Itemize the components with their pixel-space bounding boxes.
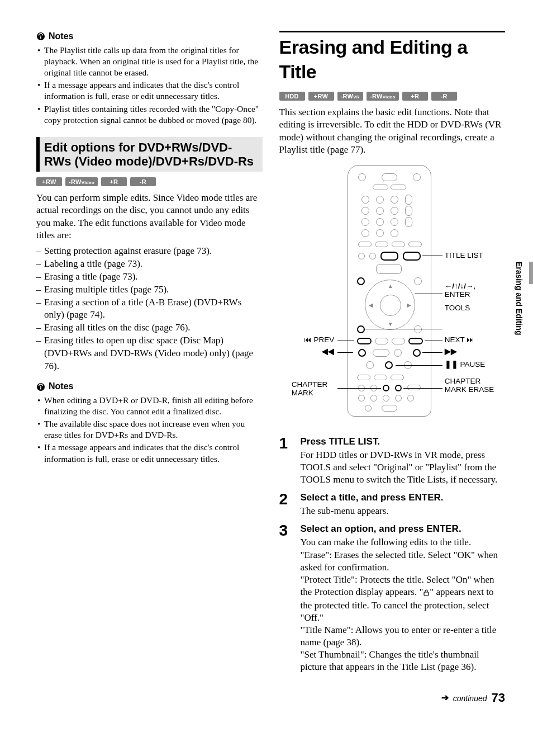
badge-plus-r: +R	[101, 177, 127, 186]
notes-icon	[36, 382, 45, 391]
arrow-right-icon: ➔	[441, 692, 449, 704]
remote-button	[394, 349, 402, 357]
notes-icon	[36, 32, 45, 41]
continued-label: continued	[453, 693, 487, 703]
note-item: When editing a DVD+R or DVD-R, finish al…	[36, 395, 263, 417]
side-tab: Erasing and Editing	[518, 257, 533, 335]
badge-plus-rw: +RW	[308, 92, 334, 101]
label-prev: ⏮ PREV	[304, 336, 335, 344]
svg-rect-4	[40, 387, 41, 389]
svg-rect-1	[40, 37, 41, 39]
label-chapter-mark-erase: CHAPTERMARK ERASE	[445, 377, 494, 394]
remote-numpad	[391, 218, 398, 226]
remote-button	[414, 277, 422, 285]
side-tab-label: Erasing and Editing	[515, 262, 524, 335]
remote-button	[358, 253, 365, 259]
remote-button	[392, 242, 405, 247]
remote-button	[375, 242, 388, 247]
remote-button	[369, 253, 376, 259]
remote-button	[358, 242, 372, 247]
rew-button	[358, 349, 366, 357]
remote-button	[358, 173, 366, 181]
label-pause: ❚❚ PAUSE	[445, 361, 486, 369]
chapter-mark-erase-button	[395, 385, 402, 391]
remote-button	[392, 338, 405, 344]
badge-minus-rw-video: -RWVideo	[367, 92, 399, 101]
remote-button	[376, 264, 402, 274]
remote-numpad	[376, 196, 384, 204]
label-rew: ◀◀	[322, 348, 334, 356]
step-number: 2	[279, 492, 293, 517]
step: 3 Select an option, and press ENTER. You…	[279, 523, 506, 673]
remote-button	[413, 173, 421, 181]
step-heading: Select a title, and press ENTER.	[301, 492, 506, 504]
remote-numpad	[361, 207, 369, 215]
remote-button	[405, 217, 412, 227]
note-item: Playlist titles containing titles record…	[36, 103, 263, 126]
remote-numpad	[376, 229, 384, 237]
ff-button	[413, 349, 421, 357]
remote-button	[374, 375, 387, 380]
chapter-mark-button	[383, 385, 389, 391]
dpad: ▲ ▼ ◀ ▶	[365, 280, 415, 330]
step-body-text: You can make the following edits to the …	[301, 536, 506, 673]
label-arrows-enter: ←/↑/↓/→,ENTER	[445, 282, 476, 299]
remote-numpad	[391, 196, 398, 204]
badge-minus-rw-video: -RWVideo	[65, 177, 98, 186]
remote-button	[405, 195, 412, 205]
note-item: If a message appears and indicates that …	[36, 442, 263, 464]
next-button	[408, 338, 423, 344]
step-body-text: For HDD titles or DVD-RWs in VR mode, pr…	[301, 449, 506, 486]
list-item: Erasing a title (page 73).	[36, 271, 263, 284]
list-item: Erasing all titles on the disc (page 76)…	[36, 322, 263, 334]
list-item: Labeling a title (page 73).	[36, 258, 263, 271]
remote-button	[382, 173, 397, 181]
remote-button	[373, 185, 388, 190]
list-item: Erasing multiple titles (page 75).	[36, 284, 263, 296]
notes-heading-1: Notes	[36, 31, 263, 42]
title-rule	[279, 31, 506, 32]
remote-button	[407, 395, 414, 401]
page-footer: ➔ continued 73	[36, 690, 505, 706]
remote-numpad	[391, 229, 398, 237]
step: 1 Press TITLE LIST. For HDD titles or DV…	[279, 436, 506, 486]
prev-button	[357, 338, 372, 344]
remote-numpad	[376, 218, 384, 226]
tools-button	[357, 325, 365, 333]
badge-hdd: HDD	[279, 92, 305, 101]
remote-button	[395, 395, 402, 401]
remote-button	[366, 361, 374, 369]
page-title: Erasing and Editing a Title	[279, 35, 506, 84]
badge-minus-rw-vr: -RWVR	[337, 92, 363, 101]
remote-button	[357, 277, 365, 285]
step-body-text: The sub-menu appears.	[301, 505, 506, 517]
badge-plus-rw: +RW	[36, 177, 62, 186]
remote-button	[414, 325, 422, 333]
badge-minus-r: -R	[431, 92, 457, 101]
remote-numpad	[361, 196, 369, 204]
remote-button	[357, 375, 370, 380]
right-column: Erasing and Editing a Title HDD +RW -RWV…	[279, 31, 506, 679]
notes-list-1: The Playlist title calls up data from th…	[36, 45, 263, 126]
step-heading: Press TITLE LIST.	[301, 436, 506, 448]
right-intro: This section explains the basic edit fun…	[279, 106, 506, 155]
disc-badges-left: +RW -RWVideo +R -R	[36, 177, 263, 186]
step-number: 3	[279, 523, 293, 673]
label-chapter-mark: CHAPTERMARK	[292, 381, 328, 398]
notes-list-2: When editing a DVD+R or DVD-R, finish al…	[36, 395, 263, 465]
title-list-button	[403, 252, 421, 261]
remote-numpad	[376, 207, 384, 215]
title-list-button	[380, 252, 398, 261]
remote-diagram: ▲ ▼ ◀ ▶	[286, 165, 498, 422]
remote-numpad	[361, 229, 369, 237]
pause-button	[385, 361, 393, 369]
notes-label: Notes	[49, 381, 73, 393]
remote-button	[373, 349, 389, 357]
svg-point-2	[40, 36, 41, 37]
label-tools: TOOLS	[445, 304, 470, 313]
svg-point-5	[40, 386, 41, 387]
remote-outline: ▲ ▼ ◀ ▶	[348, 165, 431, 417]
remote-button	[370, 395, 377, 401]
lock-icon	[423, 587, 430, 599]
note-item: The Playlist title calls up data from th…	[36, 45, 263, 78]
